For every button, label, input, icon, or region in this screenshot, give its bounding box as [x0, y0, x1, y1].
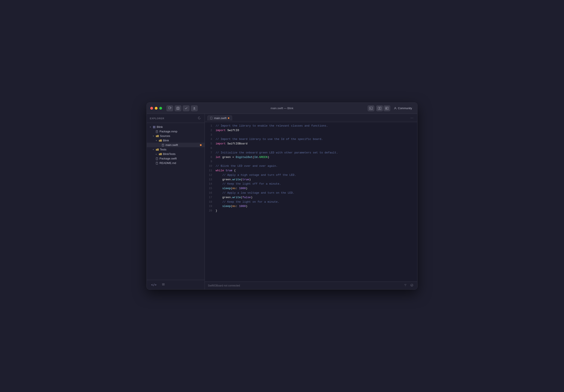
- tab-file-icon: [210, 117, 213, 119]
- sidebar-header: Explorer: [147, 114, 205, 123]
- tab-main-swift[interactable]: main.swift: [207, 115, 232, 121]
- folder-icon-blink-sub: [159, 139, 162, 142]
- minimize-button[interactable]: [155, 107, 157, 110]
- layout1-icon: [378, 107, 381, 110]
- toolbar-left: [166, 105, 198, 111]
- code-line-19: sleep(ms: 1000): [216, 204, 413, 209]
- tab-modified-dot: [228, 117, 229, 119]
- code-line-8: let green = DigitalOut(Id.GREEN): [216, 155, 413, 160]
- terminal-icon: [369, 107, 373, 110]
- label-tests: Tests: [160, 148, 202, 151]
- modified-indicator: [200, 144, 202, 146]
- svg-rect-15: [153, 126, 154, 127]
- check-circle-icon: [410, 284, 413, 287]
- sidebar-title: Explorer: [150, 117, 164, 120]
- settings-icon: [162, 283, 165, 286]
- label-package-mmp: Package.mmp: [159, 130, 202, 133]
- code-line-17: green.write(false): [216, 195, 413, 200]
- arrow-blink: [150, 126, 152, 128]
- svg-rect-13: [387, 107, 388, 109]
- code-line-13: green.write(true): [216, 178, 413, 182]
- label-package-swift: Package.swift: [159, 157, 202, 160]
- titlebar: main.swift — Blink: [147, 103, 417, 114]
- code-line-5: import SwiftIOBoard: [216, 142, 413, 146]
- code-content: 1 2 3 4 5 6 7 8 9 10 11 12 13 14: [205, 122, 417, 215]
- svg-rect-5: [177, 109, 179, 109]
- arrow-blink-sub: [156, 140, 158, 142]
- svg-rect-11: [385, 107, 387, 108]
- code-line-4: // Import the board library to use the I…: [216, 137, 413, 142]
- tab-filename: main.swift: [214, 116, 226, 120]
- code-line-6: [216, 146, 413, 151]
- code-line-1: // Import the library to enable the rele…: [216, 124, 413, 128]
- svg-point-14: [395, 107, 396, 108]
- file-icon-main-swift: [162, 143, 164, 146]
- check-icon: [184, 107, 188, 110]
- sidebar-item-sources[interactable]: Sources: [147, 134, 205, 138]
- folder-icon-blink-tests: [159, 153, 162, 156]
- editor-area: main.swift ··· 1 2 3 4 5 6 7 8: [205, 114, 417, 289]
- code-line-3: [216, 133, 413, 137]
- sidebar-item-main-swift[interactable]: main.swift: [147, 143, 205, 147]
- svg-rect-31: [162, 285, 165, 285]
- status-actions: [403, 283, 414, 288]
- sidebar-footer: </>: [147, 280, 205, 289]
- maximize-button[interactable]: [159, 107, 162, 110]
- close-button[interactable]: [150, 107, 153, 110]
- check-button[interactable]: [183, 105, 190, 111]
- label-blink-sub: Blink: [163, 139, 202, 142]
- code-line-7: // Initialize the onboard green LED with…: [216, 151, 413, 155]
- sidebar-item-blink-sub[interactable]: Blink: [147, 138, 205, 143]
- filter-icon: [404, 284, 407, 287]
- refresh-button[interactable]: [197, 116, 202, 121]
- code-view-button[interactable]: </>: [150, 282, 158, 287]
- app-window: main.swift — Blink: [147, 102, 417, 290]
- community-button[interactable]: Community: [392, 106, 414, 111]
- arrow-blink-tests: [156, 153, 158, 155]
- code-line-9: [216, 159, 413, 164]
- deploy-button[interactable]: [191, 105, 198, 111]
- sidebar-item-package-mmp[interactable]: Package.mmp: [147, 129, 205, 134]
- sidebar-item-blink-tests[interactable]: BlinkTests: [147, 152, 205, 156]
- label-blink-tests: BlinkTests: [163, 152, 202, 156]
- new-file-button[interactable]: [166, 105, 173, 111]
- svg-point-36: [411, 284, 413, 286]
- label-main-swift: main.swift: [166, 143, 198, 147]
- layout1-button[interactable]: [376, 105, 383, 111]
- code-line-14: // Keep the light off for a minute.: [216, 182, 413, 186]
- svg-rect-30: [162, 284, 165, 285]
- refresh-icon: [198, 116, 201, 119]
- code-line-15: sleep(ms: 1000): [216, 186, 413, 191]
- svg-rect-12: [385, 108, 387, 109]
- svg-rect-19: [156, 130, 158, 133]
- status-text: SwiftIOBoard not connected: [208, 284, 403, 287]
- deploy-icon: [193, 107, 196, 110]
- code-line-10: // Blink the LED over and over again.: [216, 164, 413, 168]
- check-circle-button[interactable]: [409, 283, 414, 288]
- layout2-button[interactable]: [383, 105, 390, 111]
- settings-button[interactable]: [160, 282, 166, 288]
- status-bar: SwiftIOBoard not connected: [205, 281, 417, 289]
- sidebar-item-tests[interactable]: Tests: [147, 147, 205, 152]
- sidebar-item-blink[interactable]: Blink: [147, 125, 205, 129]
- tab-bar: main.swift ···: [205, 114, 417, 122]
- filter-button[interactable]: [403, 283, 408, 288]
- main-content: Explorer: [147, 114, 417, 289]
- toolbar-right: Community: [367, 105, 414, 111]
- code-line-18: // Keep the light on for a minute.: [216, 200, 413, 204]
- arrow-tests: [153, 149, 155, 151]
- file-icon-readme: [156, 161, 158, 164]
- code-line-12: // Apply a high votage and turn off the …: [216, 173, 413, 178]
- code-editor[interactable]: 1 2 3 4 5 6 7 8 9 10 11 12 13 14: [205, 122, 417, 281]
- save-button[interactable]: [174, 105, 181, 111]
- window-title: main.swift — Blink: [271, 107, 293, 110]
- tab-more-options[interactable]: ···: [409, 115, 415, 121]
- sidebar-item-readme[interactable]: README.md: [147, 161, 205, 165]
- svg-rect-0: [169, 107, 170, 109]
- terminal-button[interactable]: [367, 105, 374, 111]
- person-icon: [394, 107, 397, 110]
- save-icon: [176, 107, 180, 110]
- new-file-icon: [168, 107, 171, 110]
- code-line-2: import SwiftIO: [216, 128, 413, 133]
- sidebar-item-package-swift[interactable]: Package.swift: [147, 156, 205, 161]
